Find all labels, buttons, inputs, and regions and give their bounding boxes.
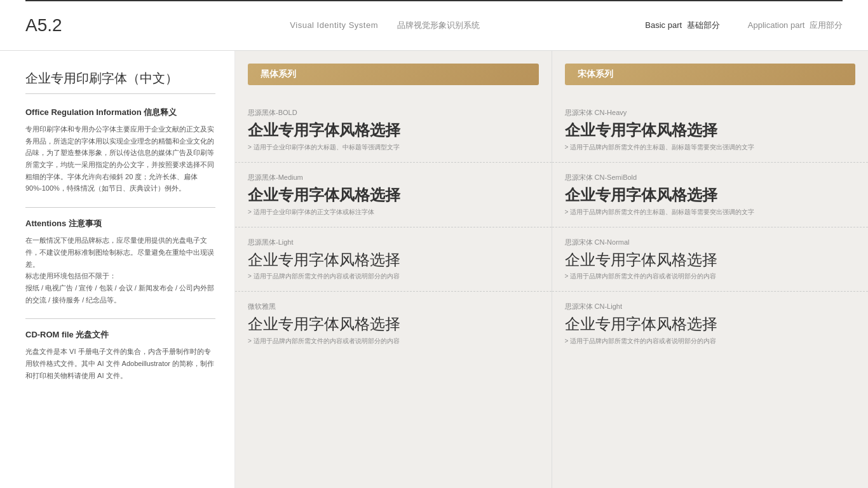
- font-item-songti-normal: 思源宋体 CN-Normal 企业专用字体风格选择 > 适用于品牌内部所需文件的…: [552, 227, 869, 292]
- sidebar-title: 企业专用印刷字体（中文）: [25, 70, 215, 94]
- section-title-office: Office Regulation Information 信息释义: [25, 107, 215, 118]
- font-item-songti-heavy: 思源宋体 CN-Heavy 企业专用字体风格选择 > 适用于品牌内部所需文件的主…: [552, 98, 869, 163]
- font-item-songti-light: 思源宋体 CN-Light 企业专用字体风格选择 > 适用于品牌内部所需文件的内…: [552, 292, 869, 356]
- font-demo-songti-normal: 企业专用字体风格选择: [565, 251, 856, 269]
- font-desc-songti-heavy: > 适用于品牌内部所需文件的主标题、副标题等需要突出强调的文字: [565, 142, 856, 152]
- header: A5.2 Visual Identity System 品牌视觉形象识别系统 B…: [0, 0, 868, 51]
- sidebar-divider-1: [25, 207, 215, 208]
- section-body-attentions: 在一般情况下使用品牌标志，应尽量使用提供的光盘电子文件，不建议使用标准制图绘制标…: [25, 234, 215, 306]
- section-title-cdrom: CD-ROM file 光盘文件: [25, 329, 215, 341]
- cn-label: 品牌视觉形象识别系统: [397, 20, 480, 31]
- page-number: A5.2: [25, 15, 127, 36]
- songti-column: 宋体系列 思源宋体 CN-Heavy 企业专用字体风格选择 > 适用于品牌内部所…: [552, 51, 869, 488]
- sidebar: 企业专用印刷字体（中文） Office Regulation Informati…: [0, 51, 235, 488]
- main-content: 企业专用印刷字体（中文） Office Regulation Informati…: [0, 51, 868, 488]
- font-name-songti-heavy: 思源宋体 CN-Heavy: [565, 108, 856, 118]
- font-item-weisong: 微软雅黑 企业专用字体风格选择 > 适用于品牌内部所需文件的内容或者说明部分的内…: [235, 292, 552, 356]
- font-item-heiti-medium: 思源黑体-Medium 企业专用字体风格选择 > 适用于企业印刷字体的正文字体或…: [235, 163, 552, 227]
- font-desc-songti-semibold: > 适用于品牌内部所需文件的主标题、副标题等需要突出强调的文字: [565, 207, 856, 217]
- basic-part-label: Basic part 基础部分: [642, 20, 719, 31]
- sidebar-section-attentions: Attentions 注意事项 在一般情况下使用品牌标志，应尽量使用提供的光盘电…: [25, 218, 215, 306]
- font-content: 黑体系列 思源黑体-BOLD 企业专用字体风格选择 > 适用于企业印刷字体的大标…: [235, 51, 868, 488]
- font-item-heiti-bold: 思源黑体-BOLD 企业专用字体风格选择 > 适用于企业印刷字体的大标题、中标题…: [235, 98, 552, 163]
- font-name-songti-semibold: 思源宋体 CN-SemiBold: [565, 173, 856, 182]
- font-name-heiti-bold: 思源黑体-BOLD: [248, 108, 539, 118]
- songti-column-header: 宋体系列: [565, 64, 856, 85]
- font-demo-heiti-bold: 企业专用字体风格选择: [248, 121, 539, 140]
- font-demo-songti-heavy: 企业专用字体风格选择: [565, 121, 856, 140]
- section-body-office: 专用印刷字体和专用办公字体主要应用于企业文献的正文及实务用品，所选定的字体用以实…: [25, 123, 215, 194]
- font-desc-heiti-bold: > 适用于企业印刷字体的大标题、中标题等强调型文字: [248, 142, 539, 152]
- header-top-line: [25, 0, 843, 1]
- font-name-songti-normal: 思源宋体 CN-Normal: [565, 238, 856, 247]
- font-demo-weisong: 企业专用字体风格选择: [248, 315, 539, 334]
- app-part-label: Application part 应用部分: [745, 20, 843, 31]
- font-name-heiti-medium: 思源黑体-Medium: [248, 173, 539, 182]
- font-name-weisong: 微软雅黑: [248, 302, 539, 311]
- sidebar-divider-2: [25, 318, 215, 319]
- section-body-cdrom: 光盘文件是本 VI 手册电子文件的集合，内含手册制作时的专用软件格式文件。其中 …: [25, 346, 215, 381]
- vi-label: Visual Identity System: [290, 20, 378, 30]
- font-desc-weisong: > 适用于品牌内部所需文件的内容或者说明部分的内容: [248, 336, 539, 346]
- font-demo-heiti-medium: 企业专用字体风格选择: [248, 186, 539, 205]
- font-desc-songti-light: > 适用于品牌内部所需文件的内容或者说明部分的内容: [565, 336, 856, 346]
- font-demo-heiti-light: 企业专用字体风格选择: [248, 251, 539, 269]
- font-name-heiti-light: 思源黑体-Light: [248, 238, 539, 247]
- font-desc-songti-normal: > 适用于品牌内部所需文件的内容或者说明部分的内容: [565, 271, 856, 281]
- heiti-column: 黑体系列 思源黑体-BOLD 企业专用字体风格选择 > 适用于企业印刷字体的大标…: [235, 51, 552, 488]
- font-desc-heiti-light: > 适用于品牌内部所需文件的内容或者说明部分的内容: [248, 271, 539, 281]
- header-right: Basic part 基础部分 Application part 应用部分: [642, 20, 843, 31]
- font-item-heiti-light: 思源黑体-Light 企业专用字体风格选择 > 适用于品牌内部所需文件的内容或者…: [235, 227, 552, 292]
- sidebar-section-cdrom: CD-ROM file 光盘文件 光盘文件是本 VI 手册电子文件的集合，内含手…: [25, 329, 215, 381]
- font-item-songti-semibold: 思源宋体 CN-SemiBold 企业专用字体风格选择 > 适用于品牌内部所需文…: [552, 163, 869, 227]
- font-name-songti-light: 思源宋体 CN-Light: [565, 302, 856, 311]
- heiti-column-header: 黑体系列: [248, 64, 539, 85]
- sidebar-section-office: Office Regulation Information 信息释义 专用印刷字…: [25, 107, 215, 194]
- font-demo-songti-light: 企业专用字体风格选择: [565, 315, 856, 334]
- font-desc-heiti-medium: > 适用于企业印刷字体的正文字体或标注字体: [248, 207, 539, 217]
- section-title-attentions: Attentions 注意事项: [25, 218, 215, 229]
- header-center: Visual Identity System 品牌视觉形象识别系统: [127, 20, 642, 31]
- font-demo-songti-semibold: 企业专用字体风格选择: [565, 186, 856, 205]
